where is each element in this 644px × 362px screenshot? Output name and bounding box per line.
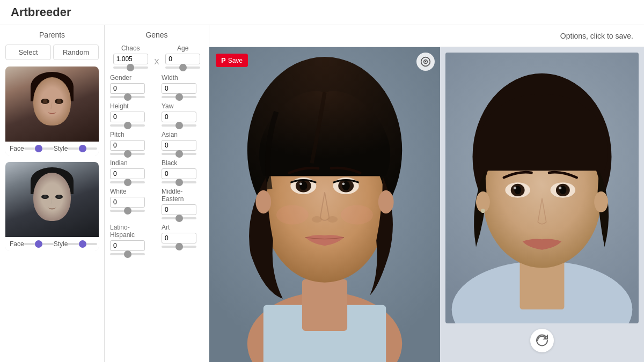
select-button[interactable]: Select: [5, 45, 51, 60]
parents-title: Parents: [5, 31, 99, 39]
latino-art-pair: Latino-Hispanic Art: [110, 224, 203, 255]
latino-item: Latino-Hispanic: [110, 224, 152, 255]
chaos-slider[interactable]: [113, 67, 148, 69]
art-label: Art: [162, 224, 170, 231]
height-slider[interactable]: [110, 124, 145, 127]
age-input[interactable]: [165, 54, 200, 64]
white-slider[interactable]: [110, 210, 145, 212]
white-input[interactable]: [110, 197, 145, 208]
parent-portrait-1[interactable]: [5, 67, 99, 142]
secondary-image[interactable]: [445, 53, 639, 323]
genes-title: Genes: [105, 25, 209, 42]
yaw-item: Yaw: [162, 102, 203, 127]
age-label: Age: [177, 45, 188, 52]
parents-buttons: Select Random: [5, 45, 99, 60]
height-yaw-pair: Height Yaw: [110, 102, 203, 127]
svg-point-25: [299, 182, 302, 185]
black-item: Black: [162, 159, 203, 183]
svg-rect-16: [302, 279, 347, 331]
parents-panel: Parents Select Random: [0, 25, 105, 362]
svg-point-8: [57, 195, 61, 198]
svg-point-2: [43, 99, 47, 104]
pitch-asian-pair: Pitch Asian: [110, 131, 203, 155]
pitch-slider[interactable]: [110, 153, 145, 155]
chaos-label: Chaos: [121, 45, 140, 52]
svg-point-27: [312, 216, 322, 223]
svg-point-29: [276, 205, 309, 225]
parent1-face-label: Face: [10, 145, 24, 152]
svg-point-44: [514, 187, 516, 189]
indian-slider[interactable]: [110, 181, 145, 183]
middle-eastern-slider[interactable]: [162, 217, 196, 219]
svg-point-3: [57, 99, 61, 104]
parent-card-2: Face Style: [5, 162, 99, 251]
parent1-face-slider[interactable]: [24, 147, 54, 150]
latino-slider[interactable]: [110, 253, 145, 255]
indian-input[interactable]: [110, 168, 145, 179]
chaos-input[interactable]: [113, 54, 148, 64]
parent-portrait-2[interactable]: [5, 162, 99, 237]
main-image-container[interactable]: P Save: [209, 47, 440, 362]
chaos-row: Chaos X Age: [105, 42, 209, 71]
art-input[interactable]: [162, 233, 196, 243]
pitch-input[interactable]: [110, 140, 145, 151]
middle-eastern-input[interactable]: [162, 204, 196, 215]
white-label: White: [110, 188, 127, 195]
refresh-button[interactable]: [530, 329, 554, 352]
pitch-label: Pitch: [110, 131, 125, 138]
side-panel: [440, 47, 644, 362]
save-button[interactable]: P Save: [216, 54, 248, 67]
parent2-style-label: Style: [54, 240, 68, 248]
age-col: Age: [165, 45, 200, 69]
app-header: Artbreeder: [0, 0, 644, 25]
height-item: Height: [110, 102, 152, 127]
svg-point-45: [559, 187, 561, 189]
gender-input[interactable]: [110, 83, 145, 94]
svg-line-4: [51, 102, 52, 109]
width-label: Width: [162, 74, 178, 82]
gender-item: Gender: [110, 74, 152, 98]
width-input[interactable]: [162, 83, 196, 94]
svg-point-47: [594, 191, 608, 212]
art-item: Art: [162, 224, 203, 255]
art-slider[interactable]: [162, 246, 196, 248]
parent1-style-slider[interactable]: [68, 147, 97, 150]
svg-point-32: [378, 190, 394, 213]
parent2-style-slider[interactable]: [68, 243, 97, 245]
gender-slider[interactable]: [110, 96, 145, 98]
parent2-face-slider[interactable]: [24, 243, 54, 245]
yaw-slider[interactable]: [162, 124, 196, 127]
camera-button[interactable]: [416, 53, 435, 71]
pinterest-icon: P: [221, 56, 226, 64]
asian-slider[interactable]: [162, 153, 196, 155]
chaos-x-icon: X: [154, 57, 159, 66]
height-input[interactable]: [110, 112, 145, 122]
black-label: Black: [162, 159, 177, 167]
asian-input[interactable]: [162, 140, 196, 151]
parent1-style-label: Style: [54, 145, 68, 152]
options-header: Options, click to save.: [209, 25, 644, 47]
indian-label: Indian: [110, 159, 128, 167]
parent2-controls: Face Style: [5, 237, 99, 251]
gender-label: Gender: [110, 74, 131, 82]
random-button[interactable]: Random: [53, 45, 99, 60]
svg-point-31: [255, 190, 271, 213]
pitch-item: Pitch: [110, 131, 152, 155]
svg-point-7: [43, 195, 47, 198]
latino-input[interactable]: [110, 240, 145, 251]
age-slider[interactable]: [165, 67, 200, 69]
main-portrait-svg: [209, 47, 440, 362]
refresh-icon: [536, 334, 548, 347]
app-title: Artbreeder: [11, 5, 71, 19]
black-input[interactable]: [162, 168, 196, 179]
width-slider[interactable]: [162, 96, 196, 98]
parent2-features: [33, 186, 71, 213]
asian-label: Asian: [162, 131, 178, 138]
parent1-features: [33, 91, 71, 117]
asian-item: Asian: [162, 131, 203, 155]
indian-item: Indian: [110, 159, 152, 183]
yaw-input[interactable]: [162, 112, 196, 122]
svg-point-28: [327, 216, 338, 223]
gene-rows: Gender Width Height Yaw: [105, 71, 209, 262]
black-slider[interactable]: [162, 181, 196, 183]
